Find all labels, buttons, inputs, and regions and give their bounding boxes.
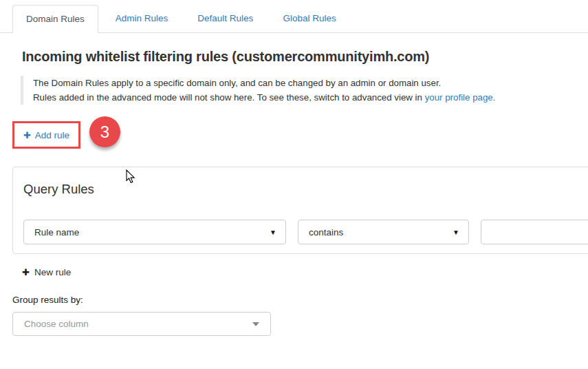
add-rule-label: Add rule <box>35 130 69 140</box>
rules-settings-page: Domain Rules Admin Rules Default Rules G… <box>0 0 588 369</box>
profile-page-link[interactable]: your profile page. <box>425 92 496 103</box>
step-3-annotation-badge: 3 <box>89 116 120 147</box>
query-rules-title: Query Rules <box>23 182 94 197</box>
rule-operator-select-value: contains <box>309 227 343 238</box>
chevron-down-icon: ▼ <box>270 229 276 236</box>
rules-tabbar: Domain Rules Admin Rules Default Rules G… <box>0 0 588 33</box>
rule-value-input[interactable] <box>481 220 588 244</box>
tab-default-rules[interactable]: Default Rules <box>185 4 265 32</box>
query-rules-panel: Query Rules Rule name ▼ contains ▼ <box>12 167 588 254</box>
group-column-select[interactable]: Choose column <box>12 312 271 336</box>
add-rule-button[interactable]: ✚ Add rule <box>23 130 69 140</box>
tab-global-rules[interactable]: Global Rules <box>270 4 348 32</box>
group-column-placeholder: Choose column <box>24 319 89 329</box>
chevron-down-icon <box>252 322 259 326</box>
note-line-1: The Domain Rules apply to a specific dom… <box>33 76 495 90</box>
page-title: Incoming whitelist filtering rules (cust… <box>22 49 429 65</box>
rule-column-select-value: Rule name <box>34 227 79 238</box>
note-line-2-text: Rules added in the advanced mode will no… <box>33 92 422 103</box>
chevron-down-icon: ▼ <box>453 229 459 236</box>
plus-icon: ✚ <box>23 130 31 140</box>
note-line-2: Rules added in the advanced mode will no… <box>33 90 495 105</box>
add-rule-highlight-box: ✚ Add rule <box>12 121 80 149</box>
tab-domain-rules[interactable]: Domain Rules <box>12 5 98 33</box>
rule-operator-select[interactable]: contains ▼ <box>298 220 469 244</box>
plus-icon: ✚ <box>22 267 30 277</box>
description-note: The Domain Rules apply to a specific dom… <box>21 76 495 105</box>
query-rule-row: Rule name ▼ contains ▼ <box>23 220 588 244</box>
group-results-label: Group results by: <box>12 295 83 305</box>
new-rule-button[interactable]: ✚ New rule <box>22 267 71 277</box>
new-rule-label: New rule <box>34 267 71 277</box>
rule-column-select[interactable]: Rule name ▼ <box>23 220 286 244</box>
tab-admin-rules[interactable]: Admin Rules <box>103 4 181 32</box>
